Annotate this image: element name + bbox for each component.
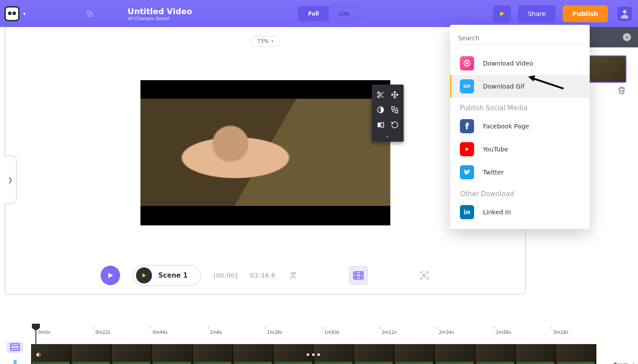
- ruler-tick: 1m6s: [210, 330, 222, 335]
- video-frame-image: [140, 99, 390, 206]
- ruler-tick: 3m18s: [553, 330, 568, 335]
- split-icon[interactable]: [376, 120, 385, 130]
- scissors-icon[interactable]: [376, 90, 385, 100]
- timeline-ruler[interactable]: 0m0s0m22s0m44s1m6s1m28s1m50s2m12s2m34s2m…: [30, 326, 603, 340]
- trash-icon[interactable]: [586, 85, 626, 97]
- clip-frame: [71, 344, 112, 364]
- expand-panel-icon[interactable]: ⌄: [372, 132, 404, 139]
- clip-frame: [516, 344, 556, 364]
- facebook-icon: f: [460, 119, 474, 133]
- download-video-label: Download Video: [483, 60, 533, 67]
- ruler-tick: 2m34s: [439, 330, 454, 335]
- timeline-body[interactable]: 0m0s0m22s0m44s1m6s1m28s1m50s2m12s2m34s2m…: [30, 326, 603, 364]
- play-all-button[interactable]: [101, 266, 120, 285]
- playhead[interactable]: [32, 324, 40, 331]
- clip-frame: [193, 344, 233, 364]
- time-current: [00:00]: [214, 272, 238, 279]
- svg-rect-7: [395, 110, 397, 113]
- project-title[interactable]: Untitled Video: [128, 7, 192, 16]
- svg-rect-15: [14, 360, 17, 364]
- scene-thumbnail[interactable]: [586, 55, 626, 83]
- download-video-icon: [460, 56, 474, 70]
- mode-full-button[interactable]: Full: [299, 7, 329, 21]
- contrast-icon[interactable]: [376, 105, 385, 115]
- video-preview[interactable]: ⌄: [140, 80, 390, 225]
- svg-rect-6: [392, 107, 394, 109]
- zoom-control: - Zoom +: [609, 362, 635, 364]
- clip-tool-panel: ⌄: [372, 85, 404, 142]
- twitter-item[interactable]: Twitter: [450, 161, 590, 184]
- download-video-item[interactable]: Download Video: [450, 52, 590, 75]
- dropdown-search-input[interactable]: [457, 32, 583, 45]
- linkedin-label: Linked In: [483, 209, 511, 216]
- facebook-item[interactable]: f Facebook Page: [450, 115, 590, 138]
- svg-rect-9: [381, 123, 383, 128]
- clip-frame: [354, 344, 394, 364]
- ruler-tick: 2m12s: [381, 330, 397, 335]
- share-button[interactable]: Share: [518, 5, 555, 22]
- twitter-icon: [460, 165, 474, 179]
- mode-toggle: Full Lite: [298, 6, 360, 21]
- clip-frame: [435, 344, 475, 364]
- clip-menu-icon[interactable]: •••: [306, 351, 322, 359]
- ruler-tick: 2m56s: [496, 330, 511, 335]
- film-reel-button[interactable]: [349, 266, 368, 285]
- download-gif-label: Download Gif: [483, 83, 525, 90]
- ruler-tick: 1m28s: [267, 330, 282, 335]
- save-status: All Changes Saved: [128, 16, 192, 21]
- timeline-audio-track-icon[interactable]: [7, 358, 23, 364]
- svg-point-2: [623, 10, 627, 14]
- timeline-tools: [0, 326, 30, 364]
- timeline: 0m0s0m22s0m44s1m6s1m28s1m50s2m12s2m34s2m…: [0, 326, 638, 364]
- svg-point-13: [423, 274, 426, 277]
- zoom-label: Zoom: [613, 362, 629, 364]
- zoom-chip[interactable]: 73%: [250, 36, 280, 46]
- playback-row: Scene 1 [00:00] 03:38.6: [5, 265, 525, 286]
- svg-point-3: [377, 92, 380, 94]
- clip-frame: [556, 344, 596, 364]
- youtube-label: YouTube: [483, 146, 508, 153]
- svg-point-11: [295, 273, 296, 274]
- ruler-tick: 0m22s: [95, 330, 110, 335]
- header-play-button[interactable]: [493, 5, 511, 22]
- mode-lite-button[interactable]: Lite: [329, 7, 360, 21]
- dropdown-section-social: Publish Social Media: [450, 98, 590, 115]
- svg-point-4: [377, 96, 380, 98]
- download-gif-icon: GIF: [460, 79, 474, 93]
- zoom-out-button[interactable]: -: [609, 362, 611, 364]
- app-logo-icon: [4, 6, 19, 21]
- timeline-video-track-icon[interactable]: [7, 341, 23, 353]
- dropdown-section-other: Other Download: [450, 184, 590, 201]
- youtube-icon: [460, 142, 474, 156]
- youtube-item[interactable]: YouTube: [450, 138, 590, 161]
- clip-strip[interactable]: •••: [30, 343, 597, 364]
- expand-sidebar-tab[interactable]: ❯: [4, 155, 17, 204]
- person-icon[interactable]: [288, 271, 298, 280]
- twitter-label: Twitter: [483, 169, 504, 176]
- playhead-line: [35, 324, 36, 364]
- scene-play-icon: [136, 267, 152, 283]
- scene-selector[interactable]: Scene 1: [132, 265, 201, 286]
- clip-frame: [112, 344, 152, 364]
- linkedin-item[interactable]: in Linked In: [450, 201, 590, 224]
- user-avatar[interactable]: [618, 7, 632, 21]
- logo-wrap[interactable]: ▾: [4, 6, 26, 21]
- svg-rect-8: [377, 123, 380, 128]
- scene-thumbnail-preview: [586, 55, 626, 100]
- clip-frame: [233, 344, 273, 364]
- swap-icon[interactable]: [390, 105, 400, 115]
- focus-icon[interactable]: [419, 270, 430, 281]
- close-icon[interactable]: ✕: [623, 33, 631, 41]
- clip-frame: [394, 344, 435, 364]
- svg-point-10: [292, 273, 294, 275]
- clip-frame: [152, 344, 192, 364]
- download-gif-item[interactable]: GIF Download Gif: [450, 75, 590, 98]
- chevron-down-icon: ▾: [23, 11, 26, 17]
- time-total: 03:38.6: [250, 272, 275, 279]
- copy-icon[interactable]: [86, 10, 94, 18]
- rotate-icon[interactable]: [390, 120, 400, 130]
- publish-button[interactable]: Publish: [563, 5, 608, 22]
- zoom-in-button[interactable]: +: [631, 362, 635, 364]
- move-icon[interactable]: [390, 90, 400, 100]
- ruler-tick: 0m44s: [152, 330, 167, 335]
